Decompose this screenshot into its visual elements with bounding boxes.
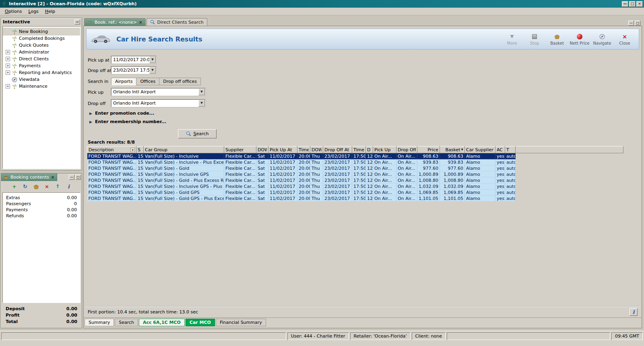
dropdown-arrow-icon[interactable]: ▼ <box>149 67 156 74</box>
result-row[interactable]: FORD TRANSIT WAG...15Van(Full Size) - Go… <box>87 177 623 183</box>
result-cell: Van(Full Size) - Gold <box>144 165 224 171</box>
expand-icon[interactable]: + <box>6 64 10 68</box>
sheet-tab-financial-summary[interactable]: Financial Summary <box>216 319 266 326</box>
result-cell: Sat <box>256 183 268 189</box>
booking-row-extras[interactable]: Extras 0.00 <box>3 195 80 201</box>
dropdown-arrow-icon[interactable]: ▼ <box>198 89 205 95</box>
booking-contents-header: Booking contents × — □ <box>1 173 82 181</box>
dropdown-arrow-icon[interactable]: ▼ <box>198 100 205 107</box>
sidebar-item-completed-bookings[interactable]: Completed Bookings <box>3 35 80 42</box>
delete-icon[interactable]: × <box>44 183 50 190</box>
result-row[interactable]: FORD TRANSIT WAG...15Van(Full Size) - In… <box>87 171 623 177</box>
sidebar-item-administrator[interactable]: + Administrator <box>3 49 80 56</box>
tab-direct-clients-search[interactable]: Direct Clients Search <box>147 18 207 26</box>
booking-contents-tab[interactable]: Booking contents × <box>1 173 57 181</box>
col-d[interactable]: D <box>366 146 373 153</box>
membership-number-expander[interactable]: ▶ Enter membership number... <box>89 119 166 124</box>
sidebar-item-payments[interactable]: + Payments <box>3 62 80 69</box>
col-time-dropoff[interactable]: Time <box>352 146 366 153</box>
col-description[interactable]: Description▼ <box>87 146 136 153</box>
mdi-minimize-button[interactable]: — <box>628 21 634 26</box>
expand-icon[interactable]: + <box>6 57 10 61</box>
sidebar-item-quick-quotes[interactable]: Quick Quotes <box>3 42 80 49</box>
col-pickup-loc[interactable]: Pick Up <box>373 146 396 153</box>
search-button[interactable]: Search <box>178 129 217 138</box>
maximize-button[interactable]: □ <box>629 1 636 7</box>
result-row[interactable]: FORD TRANSIT WAG...15Van(Full Size) - In… <box>87 183 623 189</box>
menu-options[interactable]: Options <box>2 8 25 15</box>
basket-button[interactable]: Basket <box>547 33 567 45</box>
dropoff-at-field[interactable]: 23/02/2017 17:50 ▼ <box>111 66 156 74</box>
dropoff-location-field[interactable]: Orlando Intl Airport ▼ <box>111 99 205 107</box>
tab-drop-off-offices[interactable]: Drop off offices <box>159 78 201 85</box>
info-icon[interactable]: i <box>66 183 72 190</box>
dropdown-arrow-icon[interactable]: ▼ <box>149 56 156 63</box>
panel-restore-button[interactable]: □ <box>75 175 81 180</box>
menu-logs[interactable]: Logs <box>25 8 41 15</box>
result-row[interactable]: FORD TRANSIT WAG...15Van(Full Size) - Go… <box>87 196 623 202</box>
add-icon[interactable]: + <box>11 183 18 190</box>
sidebar-item-new-booking[interactable]: New Booking <box>3 28 80 35</box>
menu-help[interactable]: Help <box>42 8 58 15</box>
col-pickup-at[interactable]: Pick Up At <box>268 146 297 153</box>
col-time-pickup[interactable]: Time <box>297 146 310 153</box>
result-cell: Thu <box>310 165 323 171</box>
navigate-button[interactable]: Navigate <box>592 33 612 45</box>
nett-price-button[interactable]: Nett Price <box>570 33 590 45</box>
col-supplier[interactable]: Supplier <box>224 146 256 153</box>
sidebar-item-viewdata[interactable]: Viewdata <box>3 76 80 83</box>
info-button[interactable]: i <box>630 308 638 316</box>
result-row[interactable]: FORD TRANSIT WAG...15Van(Full Size) - Go… <box>87 189 623 196</box>
close-view-button[interactable]: × Close <box>615 33 635 45</box>
tab-close-icon[interactable]: × <box>51 175 54 179</box>
sheet-tab-summary[interactable]: Summary <box>85 319 114 326</box>
pickup-at-field[interactable]: 11/02/2017 20:00 ▼ <box>111 56 156 64</box>
sheet-tab-car-mco[interactable]: Car MCO <box>186 319 215 326</box>
col-price[interactable]: Price <box>417 146 440 153</box>
sidebar-item-maintenance[interactable]: + Maintenance <box>3 83 80 90</box>
move-up-icon[interactable]: ↑ <box>55 183 61 190</box>
tab-booking-ref[interactable]: Book. ref.: <none> × <box>84 18 146 26</box>
result-cell: 17:50 <box>352 189 366 196</box>
filter-icon[interactable]: ▼ <box>130 148 135 152</box>
sheet-tab-acc-mco[interactable]: Acc 6A,1C MCO <box>139 319 185 326</box>
booking-row-payments[interactable]: Payments 0.00 <box>3 207 80 213</box>
pickup-location-field[interactable]: Orlando Intl Airport ▼ <box>111 88 205 96</box>
col-dropoff-loc[interactable]: Drop Off <box>396 146 417 153</box>
expand-icon[interactable]: + <box>6 70 10 75</box>
col-t[interactable]: T <box>505 146 516 153</box>
result-row[interactable]: FORD TRANSIT WAG...15Van(Full Size) - In… <box>87 153 623 159</box>
expand-icon[interactable]: + <box>6 84 10 89</box>
col-s[interactable]: S <box>136 146 144 153</box>
promotion-code-expander[interactable]: ▶ Enter promotion code... <box>89 111 154 116</box>
tab-close-icon[interactable]: × <box>139 20 142 25</box>
tab-offices[interactable]: Offices <box>136 78 159 85</box>
result-row[interactable]: FORD TRANSIT WAG...15Van(Full Size) - Go… <box>87 165 623 171</box>
col-car-supplier[interactable]: Car Supplier <box>465 146 495 153</box>
result-cell: 908.63 <box>417 153 440 159</box>
tab-airports[interactable]: Airports <box>111 78 136 85</box>
refresh-icon[interactable]: ↻ <box>22 183 29 190</box>
sidebar-item-reporting-and-analytics[interactable]: + Reporting and Analytics <box>3 69 80 76</box>
search-button-label: Search <box>194 131 209 136</box>
sidebar-item-label: Completed Bookings <box>19 36 65 41</box>
col-dow-dropoff[interactable]: DOW <box>310 146 323 153</box>
send-to-basket-icon[interactable] <box>33 183 39 190</box>
panel-collapse-button[interactable]: — <box>74 19 80 25</box>
sheet-tab-search[interactable]: Search <box>115 319 138 326</box>
expander-arrow-icon: ▶ <box>89 120 92 124</box>
panel-minimize-button[interactable]: — <box>69 175 74 180</box>
sidebar-item-direct-clients[interactable]: + Direct Clients <box>3 56 80 62</box>
col-car-group[interactable]: Car Group <box>144 146 224 153</box>
close-button[interactable]: × <box>636 1 643 7</box>
minimize-button[interactable]: — <box>622 1 628 7</box>
col-dow-pickup[interactable]: DOW <box>256 146 268 153</box>
expand-icon[interactable]: + <box>6 50 10 54</box>
booking-row-passengers[interactable]: Passengers 0 <box>3 201 80 207</box>
result-row[interactable]: FORD TRANSIT WAG...15Van(Full Size) - In… <box>87 159 623 165</box>
col-dropoff-at[interactable]: Drop Off At <box>323 146 352 153</box>
mdi-restore-button[interactable]: □ <box>635 21 640 26</box>
col-basket[interactable]: Basket▼ <box>440 146 465 153</box>
booking-row-refunds[interactable]: Refunds 0.00 <box>3 213 80 219</box>
col-ac[interactable]: AC <box>495 146 505 153</box>
